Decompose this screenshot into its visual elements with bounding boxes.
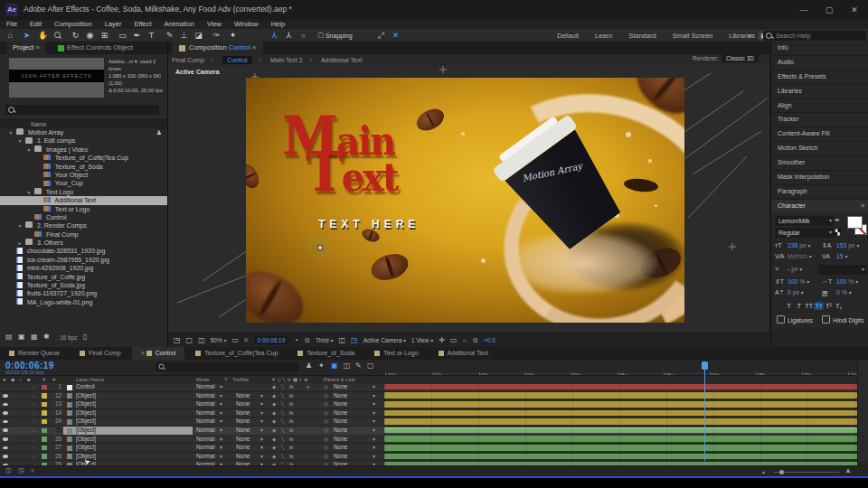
viewer-timecode[interactable]: 0:00:06:19 xyxy=(254,336,289,344)
fx-badge[interactable]: fx xyxy=(289,444,294,452)
label-color-swatch[interactable] xyxy=(42,428,47,434)
layer-row[interactable]: › 14 [Object] Normal ▾ None ▾ ◆ ╲ fx ◐ ◎… xyxy=(0,409,857,418)
composition-mini-flowchart-icon[interactable]: ♟ xyxy=(306,361,312,370)
eraser-tool-icon[interactable]: ◪ xyxy=(192,30,205,42)
hindi-digits-checkbox[interactable]: Hindi Digits xyxy=(822,315,863,324)
collapsed-panel[interactable]: Content-Aware Fill xyxy=(771,127,868,142)
timeline-tab[interactable]: Final Comp xyxy=(71,347,130,360)
snapping-toggle[interactable]: □ Snapping xyxy=(318,30,373,42)
layer-row[interactable]: › 28 [Object] Normal ▾ None ▾ ◆ ╲ fx ◐ ◎… xyxy=(0,453,857,462)
ligatures-checkbox[interactable]: Ligatures xyxy=(777,315,813,324)
project-tree-item[interactable]: Texture_of_Coffe|Tea Cup ♟ xyxy=(0,154,167,162)
parent-select[interactable]: None xyxy=(334,400,347,408)
character-panel-header[interactable]: Character≡ xyxy=(771,200,868,212)
layer-duration-bar[interactable] xyxy=(384,401,857,408)
layer-row[interactable]: › 25 [Object] Normal ▾ None ▾ ◆ ╲ fx ◐ ◎… xyxy=(0,427,857,436)
magnification-icon[interactable]: ▢ xyxy=(186,336,193,344)
kerning-value[interactable]: Metrics ▾ xyxy=(788,253,812,259)
project-tree-item[interactable]: chocolate-328531_1920.jpg ♟ xyxy=(0,247,167,255)
superscript-button[interactable]: T¹ xyxy=(824,302,834,310)
effects-icon[interactable]: ╲ xyxy=(281,436,284,444)
fx-badge[interactable]: fx xyxy=(289,409,294,418)
label-color-swatch[interactable] xyxy=(42,402,47,408)
fill-color-swatch[interactable] xyxy=(847,216,863,229)
fx-badge[interactable]: fx xyxy=(289,392,294,400)
project-tree-item[interactable]: Text or Logo ♟ xyxy=(0,205,167,213)
graph-editor-icon[interactable]: ▢ xyxy=(367,361,374,370)
project-tree-item[interactable]: 3. Others ♟ xyxy=(0,239,167,247)
eye-toggle[interactable] xyxy=(3,437,8,441)
parent-select[interactable]: None xyxy=(334,383,347,391)
timeline-search-input[interactable] xyxy=(156,362,298,371)
stroke-width-value[interactable]: -px ▾ xyxy=(788,266,802,272)
layer-duration-bar[interactable] xyxy=(384,436,857,442)
tsume-value[interactable]: 0% ▾ xyxy=(836,289,852,296)
delete-icon[interactable]: ▯ xyxy=(83,333,87,341)
blend-mode-select[interactable]: Normal xyxy=(196,436,215,444)
project-tree-item[interactable]: Texture_of_Soda.jpg ♟ xyxy=(0,281,167,289)
collapsed-panel[interactable]: Tracker xyxy=(771,113,868,127)
trkmat-select[interactable]: None xyxy=(236,444,250,452)
collapsed-panel[interactable]: Smoother xyxy=(771,156,868,171)
parent-pickwhip-icon[interactable]: ◎ xyxy=(324,409,328,418)
blend-mode-select[interactable]: Normal xyxy=(196,409,215,418)
bit-depth-button[interactable]: 16 bpc xyxy=(60,334,78,341)
menu-item[interactable]: Window xyxy=(228,20,265,29)
effects-icon[interactable]: ╲ xyxy=(281,444,284,452)
label-color-swatch[interactable] xyxy=(42,410,47,416)
parent-pickwhip-icon[interactable]: ◎ xyxy=(324,444,328,452)
brush-tool-icon[interactable]: ✎ xyxy=(163,30,176,42)
parent-select[interactable]: None xyxy=(334,444,347,452)
hand-tool-icon[interactable]: ✋ xyxy=(36,30,50,42)
effects-icon[interactable]: ╲ xyxy=(281,418,284,426)
all-caps-button[interactable]: TT xyxy=(804,302,814,310)
zoom-select[interactable]: 50% ▾ xyxy=(211,337,227,343)
zoom-slider-knob[interactable] xyxy=(779,470,784,474)
font-style-select[interactable]: Regular▾ xyxy=(775,228,835,238)
effects-icon[interactable]: ╲ xyxy=(281,392,284,400)
project-search-input[interactable] xyxy=(5,105,159,115)
tracking-value[interactable]: 15 ▾ xyxy=(836,253,847,259)
parent-pickwhip-icon[interactable]: ◎ xyxy=(324,418,328,426)
timeline-button-icon[interactable]: ▭ xyxy=(450,336,458,344)
layer-row[interactable]: › 26 [Object] Normal ▾ None ▾ ◆ ╲ fx ◐ ◎… xyxy=(0,436,857,445)
pixel-aspect-icon[interactable]: ✛ xyxy=(439,336,445,344)
blend-mode-select[interactable]: Normal xyxy=(196,383,215,391)
project-tree-item[interactable]: mint-4292908_1920.jpg ♟ xyxy=(0,264,167,272)
layer-name[interactable]: [Object] xyxy=(76,400,96,408)
layer-twirl-icon[interactable]: › xyxy=(33,418,35,426)
project-tree-item[interactable]: Text Logo ♟ xyxy=(0,188,167,196)
fit-ui-icon[interactable]: ✕ xyxy=(389,30,402,42)
renderer-button[interactable]: Renderer:Classic 3D xyxy=(693,55,759,61)
panel-menu-icon[interactable]: ≡ xyxy=(861,200,864,212)
shy-layers-icon[interactable]: ✦ xyxy=(318,361,325,370)
project-tree-item[interactable]: Final Comp ♟ xyxy=(0,230,167,239)
exposure-value[interactable]: +0.0 xyxy=(484,337,495,343)
frame-blending-icon[interactable]: ◫ xyxy=(344,361,351,370)
tab-project[interactable]: Project ≡ xyxy=(7,42,45,54)
label-color-swatch[interactable] xyxy=(42,436,47,442)
fx-badge[interactable]: fx xyxy=(289,400,294,408)
layer-row[interactable]: › 1 Control Normal ▾ ▾ ◆ ╲ fx ◐ ◎ None ▾ xyxy=(0,383,857,392)
collapsed-panel[interactable]: Mask Interpolation xyxy=(771,171,868,185)
fill-over-stroke-icon[interactable]: ▚ xyxy=(835,229,841,235)
project-tree-item[interactable]: MA_Logo-white-01.png ♟ xyxy=(0,298,167,306)
baseline-shift-value[interactable]: 0px ▾ xyxy=(788,289,804,296)
faux-italic-button[interactable]: T xyxy=(794,302,804,310)
trkmat-select[interactable]: None xyxy=(236,418,250,426)
close-button[interactable]: ✕ xyxy=(843,3,866,17)
blend-mode-select[interactable]: Normal xyxy=(196,392,215,400)
label-color-swatch[interactable] xyxy=(42,393,47,399)
collapsed-panel[interactable]: Info xyxy=(771,42,868,56)
project-tree-item[interactable]: 2. Render Comps ♟ xyxy=(0,221,167,230)
quality-icon[interactable]: ◆ xyxy=(272,444,276,452)
small-caps-button[interactable]: Tᴛ xyxy=(814,302,824,310)
menu-item[interactable]: View xyxy=(201,20,228,29)
tab-effect-controls[interactable]: Effect Controls Object xyxy=(56,42,133,54)
expand-in-out-icon[interactable]: ⌗ xyxy=(31,467,34,474)
font-size-value[interactable]: 238px ▾ xyxy=(788,242,810,249)
blend-mode-select[interactable]: Normal xyxy=(196,400,215,408)
layer-row[interactable]: › 27 [Object] Normal ▾ None ▾ ◆ ╲ fx ◐ ◎… xyxy=(0,444,857,453)
menu-item[interactable]: File xyxy=(0,20,24,29)
workspace-tab[interactable]: Standard xyxy=(628,32,656,40)
